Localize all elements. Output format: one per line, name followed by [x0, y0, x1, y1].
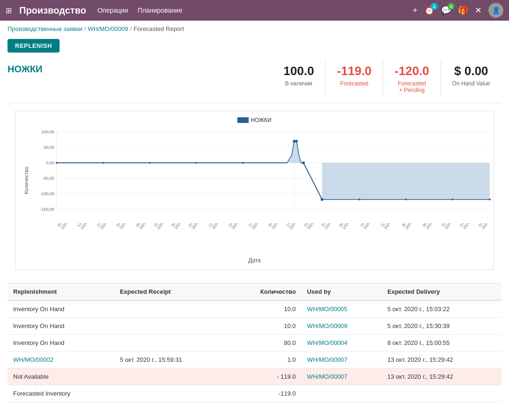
x-tick: 27 сент.2020 [248, 223, 262, 230]
menu-item-planning[interactable]: Планирование [137, 5, 182, 16]
x-axis-ticks: 05 июл.2020 13 июл.2020 21 июл.2020 29 и… [33, 223, 490, 234]
breadcrumb-mo[interactable]: WH/MO/00009 [88, 25, 128, 32]
stat-forecasted: -119.0 Forecasted [325, 60, 383, 97]
svg-point-26 [405, 199, 407, 200]
x-axis-label: Дата [19, 257, 490, 264]
breadcrumb-sep-1: / [84, 25, 86, 32]
table-row: Inventory On Hand10.0WH/MO/000055 окт. 2… [8, 300, 501, 318]
cell-qty: 10.0 [228, 300, 301, 318]
table-row: WH/MO/000025 окт. 2020 г., 15:59:311.0WH… [8, 351, 501, 368]
topnav-menu: Операции Планирование [98, 5, 405, 16]
x-tick: 05 июл.2020 [57, 223, 71, 230]
product-header: НОЖКИ 100.0 В наличии -119.0 Forecasted … [8, 60, 501, 103]
col-used-by: Used by [302, 283, 382, 301]
svg-text:-100,00: -100,00 [40, 191, 54, 196]
cell-replenishment: Forecasted Inventory [8, 385, 114, 402]
chat-badge: 2 [448, 3, 455, 10]
settings-icon[interactable]: ✕ [475, 5, 482, 15]
cell-expected-receipt: 5 окт. 2020 г., 15:59:31 [114, 351, 228, 368]
stat-value-forecasted: -119.0 [337, 64, 372, 78]
cell-qty: - 119.0 [228, 368, 301, 385]
cell-replenishment[interactable]: WH/MO/00002 [8, 351, 114, 368]
legend-color [237, 117, 249, 123]
table-row: Inventory On Hand80.0WH/MO/000048 окт. 2… [8, 335, 501, 351]
cell-expected-delivery [382, 385, 501, 402]
breadcrumb-manufacturing[interactable]: Производственные заявки [8, 25, 82, 32]
x-tick: 06 нояб.2020 [338, 223, 354, 230]
topnav: ⊞ Производство Операции Планирование + ⏰… [0, 0, 509, 21]
cell-used-by[interactable]: WH/MO/00009 [302, 318, 382, 335]
svg-point-27 [452, 199, 454, 200]
breadcrumb: Производственные заявки / WH/MO/00009 / … [0, 21, 509, 34]
cell-expected-delivery: 5 окт. 2020 г., 15:03:22 [382, 300, 501, 318]
svg-point-20 [56, 162, 58, 164]
cell-used-by[interactable]: WH/MO/00004 [302, 335, 382, 351]
chart-container: НОЖКИ Количество [15, 111, 494, 270]
stat-on-hand-value: $ 0.00 On Hand Value [441, 60, 501, 97]
x-tick: 22 нояб.2020 [380, 223, 395, 230]
svg-point-19 [321, 198, 324, 201]
col-replenishment: Replenishment [8, 283, 114, 301]
stat-label-forecasted-pending: Forecasted+ Pending [395, 80, 429, 93]
x-tick: 18 авг.2020 [153, 223, 167, 230]
cell-used-by[interactable]: WH/MO/00007 [302, 351, 382, 368]
svg-text:-150,00: -150,00 [40, 207, 54, 212]
svg-point-23 [196, 162, 198, 164]
table-row: Inventory On Hand10.0WH/MO/000095 окт. 2… [8, 318, 501, 335]
x-tick: 21 окт.2020 [303, 223, 317, 230]
cell-expected-receipt [114, 335, 228, 351]
stat-on-hand: 100.0 В наличии [272, 60, 325, 97]
x-tick: 08 дек.2020 [422, 223, 436, 230]
x-tick: 26 авг.2020 [170, 223, 184, 230]
x-tick: 11 сент.2020 [208, 223, 222, 230]
x-tick: 01 янв.2021 [478, 223, 490, 230]
stat-label-on-hand-value: On Hand Value [452, 80, 490, 87]
cell-expected-delivery: 13 окт. 2020 г., 15:29:42 [382, 351, 501, 368]
col-expected-delivery: Expected Delivery [382, 283, 501, 301]
x-tick: 13 июл.2020 [76, 223, 91, 230]
chat-icon[interactable]: 💬 2 [441, 5, 451, 15]
app-title: Производство [19, 5, 86, 16]
svg-marker-14 [322, 163, 490, 199]
svg-text:0,00: 0,00 [46, 160, 54, 165]
table-header: Replenishment Expected Receipt Количеств… [8, 283, 501, 301]
table-row: Not Available- 119.0WH/MO/0000713 окт. 2… [8, 368, 501, 385]
stat-value-forecasted-pending: -120.0 [395, 64, 429, 78]
table-row: Forecasted Inventory-119.0 [8, 385, 501, 402]
cell-expected-receipt [114, 368, 228, 385]
x-tick: 29 июл.2020 [115, 223, 130, 230]
clock-icon[interactable]: ⏰ 1 [424, 5, 434, 15]
cell-replenishment: Inventory On Hand [8, 318, 114, 335]
svg-point-18 [302, 161, 305, 164]
menu-item-operations[interactable]: Операции [98, 5, 129, 16]
add-icon[interactable]: + [412, 6, 418, 15]
cell-expected-delivery: 5 окт. 2020 г., 15:30:39 [382, 318, 501, 335]
svg-point-22 [149, 162, 151, 164]
svg-point-28 [489, 199, 491, 200]
stats-group: 100.0 В наличии -119.0 Forecasted -120.0… [272, 60, 501, 97]
svg-point-21 [102, 162, 104, 164]
grid-icon[interactable]: ⊞ [6, 6, 12, 15]
col-qty: Количество [228, 283, 301, 301]
avatar[interactable]: 👤 [488, 3, 503, 18]
x-tick: 21 июл.2020 [96, 223, 111, 230]
svg-point-25 [358, 199, 360, 200]
x-tick: 24 дек.2020 [459, 223, 473, 230]
cell-expected-receipt [114, 318, 228, 335]
cell-used-by[interactable]: WH/MO/00007 [302, 368, 382, 385]
x-tick: 16 дек.2020 [441, 223, 455, 230]
stat-forecasted-pending: -120.0 Forecasted+ Pending [383, 60, 441, 97]
table-body: Inventory On Hand10.0WH/MO/000055 окт. 2… [8, 300, 501, 402]
x-tick: 06 авг.2020 [135, 223, 149, 230]
replenish-button[interactable]: REPLENISH [8, 39, 60, 53]
cell-qty: -119.0 [228, 385, 301, 402]
gift-icon[interactable]: 🎁 [458, 5, 468, 15]
product-section: НОЖКИ 100.0 В наличии -119.0 Forecasted … [0, 60, 509, 277]
x-tick: 13 окт.2020 [285, 223, 299, 230]
cell-expected-delivery: 8 окт. 2020 г., 15:00:55 [382, 335, 501, 351]
topnav-right: + ⏰ 1 💬 2 🎁 ✕ 👤 [412, 3, 503, 18]
breadcrumb-current: Forecasted Report [134, 25, 184, 32]
cell-used-by[interactable]: WH/MO/00005 [302, 300, 382, 318]
cell-replenishment: Inventory On Hand [8, 300, 114, 318]
cell-qty: 1.0 [228, 351, 301, 368]
